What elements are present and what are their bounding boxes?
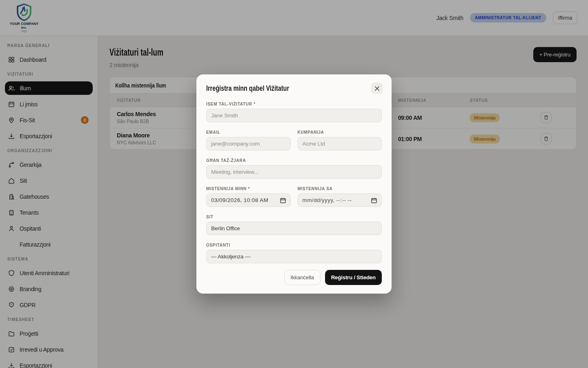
submit-button[interactable]: Reġistru / Stieden: [325, 270, 382, 285]
expected-to-input[interactable]: mm/dd/yyyy, --:-- --: [298, 193, 382, 207]
visitor-name-label: ISEM TAL-VIŻITATUR *: [206, 102, 382, 106]
modal-title: Irreġistra minn qabel Viżitatur: [206, 84, 289, 93]
calendar-icon[interactable]: [280, 197, 286, 203]
expected-from-label: MISTENNIJA MINN *: [206, 186, 291, 191]
purpose-input[interactable]: Meeting, interview...: [206, 165, 382, 179]
calendar-icon[interactable]: [371, 197, 377, 203]
company-label: KUMPANIJA: [298, 130, 382, 135]
expected-to-value: mm/dd/yyyy, --:-- --: [303, 197, 352, 203]
close-icon[interactable]: [371, 83, 383, 94]
site-label: SIT: [206, 215, 382, 219]
hosts-label: OSPITANTI: [206, 243, 382, 247]
hosts-select[interactable]: — Akkoljenza —: [206, 250, 382, 263]
cancel-button[interactable]: Ikkanċella: [284, 270, 321, 285]
visitor-name-input[interactable]: Jane Smith: [206, 109, 382, 122]
company-input[interactable]: Acme Ltd: [298, 137, 382, 150]
email-label: EMAIL: [206, 130, 291, 135]
expected-to-label: MISTENNIJA SA: [298, 186, 382, 191]
expected-from-input[interactable]: 03/09/2026, 10:08 AM: [206, 193, 291, 207]
purpose-label: GĦAN TAŻ-ŻJARA: [206, 158, 382, 163]
preregister-modal: Irreġistra minn qabel Viżitatur ISEM TAL…: [196, 74, 392, 294]
site-select[interactable]: Berlin Office: [206, 222, 382, 235]
expected-from-value: 03/09/2026, 10:08 AM: [211, 197, 268, 203]
email-input[interactable]: jane@company.com: [206, 137, 291, 150]
